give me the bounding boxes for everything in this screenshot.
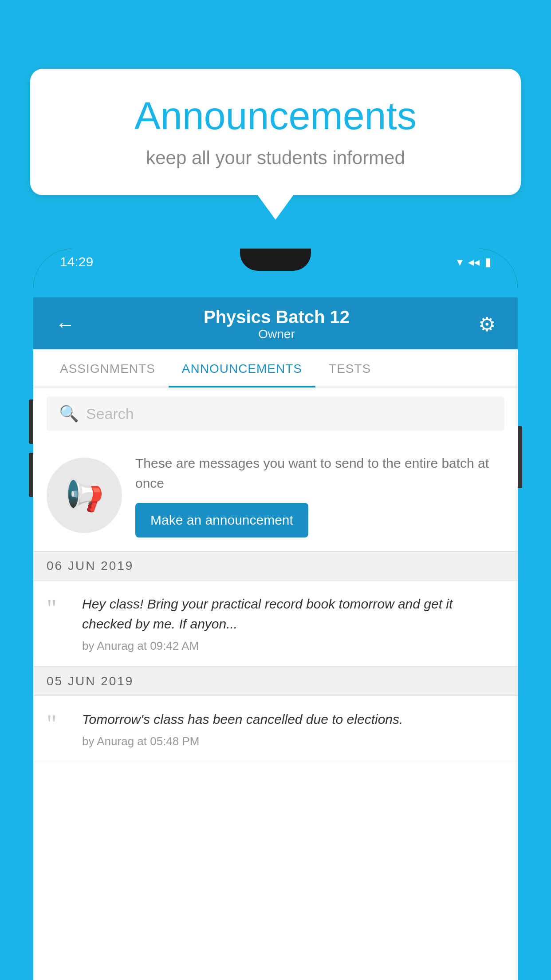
search-icon: 🔍: [59, 404, 79, 423]
header-title: Physics Batch 12: [204, 307, 350, 327]
wifi-icon: ▾: [457, 255, 463, 269]
tab-assignments[interactable]: ASSIGNMENTS: [47, 349, 169, 387]
announcement-item-1: " Hey class! Bring your practical record…: [33, 581, 518, 667]
settings-icon[interactable]: ⚙: [478, 313, 496, 336]
megaphone-icon: 📢: [65, 477, 104, 514]
search-container: 🔍 Search: [33, 387, 518, 440]
announcement-meta-1: by Anurag at 09:42 AM: [82, 639, 504, 653]
camera-notch: [240, 249, 311, 271]
quote-icon-2: ": [47, 711, 73, 748]
app-content: ← Physics Batch 12 Owner ⚙ ASSIGNMENTS A…: [33, 297, 518, 980]
quote-icon-1: ": [47, 596, 73, 653]
status-icons: ▾ ◂◂ ▮: [457, 255, 491, 269]
back-button[interactable]: ←: [55, 313, 75, 336]
announcement-item-2: " Tomorrow's class has been cancelled du…: [33, 696, 518, 762]
bubble-subtitle: keep all your students informed: [57, 147, 494, 169]
announcement-content-1: Hey class! Bring your practical record b…: [82, 594, 504, 653]
header-center: Physics Batch 12 Owner: [204, 307, 350, 341]
date-divider-2: 05 JUN 2019: [33, 667, 518, 696]
cta-description: These are messages you want to send to t…: [135, 453, 504, 493]
search-bar[interactable]: 🔍 Search: [47, 396, 504, 431]
cta-right: These are messages you want to send to t…: [135, 453, 504, 537]
make-announcement-button[interactable]: Make an announcement: [135, 503, 308, 537]
tabs-bar: ASSIGNMENTS ANNOUNCEMENTS TESTS: [33, 349, 518, 387]
announcement-cta-section: 📢 These are messages you want to send to…: [33, 440, 518, 551]
battery-icon: ▮: [485, 255, 491, 269]
status-time: 14:29: [60, 254, 93, 269]
speech-bubble-section: Announcements keep all your students inf…: [30, 69, 521, 220]
announcement-text-1: Hey class! Bring your practical record b…: [82, 594, 504, 634]
announcement-content-2: Tomorrow's class has been cancelled due …: [82, 709, 504, 748]
announcement-text-2: Tomorrow's class has been cancelled due …: [82, 709, 504, 729]
bubble-title: Announcements: [57, 93, 494, 138]
tab-announcements[interactable]: ANNOUNCEMENTS: [169, 349, 315, 387]
speech-bubble-tail: [258, 195, 293, 220]
megaphone-circle: 📢: [47, 458, 122, 533]
tab-tests[interactable]: TESTS: [315, 349, 384, 387]
announcement-meta-2: by Anurag at 05:48 PM: [82, 735, 504, 748]
speech-bubble-card: Announcements keep all your students inf…: [30, 69, 521, 195]
search-placeholder: Search: [86, 405, 134, 423]
date-divider-1: 06 JUN 2019: [33, 551, 518, 581]
phone-frame: 14:29 ▾ ◂◂ ▮ ← Physics Batch 12 Owner ⚙ …: [33, 249, 518, 980]
phone-notch-area: 14:29 ▾ ◂◂ ▮: [33, 249, 518, 297]
app-header: ← Physics Batch 12 Owner ⚙: [33, 297, 518, 349]
signal-icon: ◂◂: [468, 255, 480, 269]
header-subtitle: Owner: [204, 327, 350, 341]
